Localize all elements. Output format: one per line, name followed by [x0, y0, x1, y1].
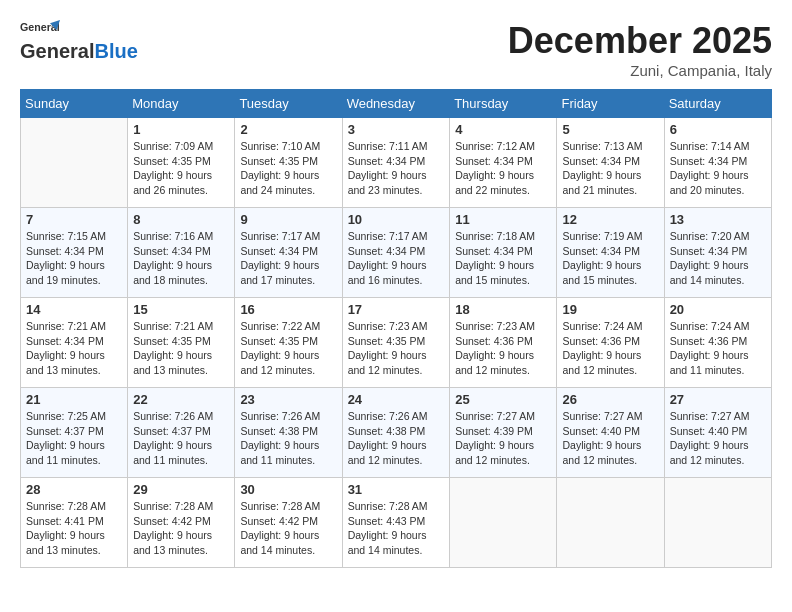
calendar-cell: 3Sunrise: 7:11 AM Sunset: 4:34 PM Daylig… [342, 118, 450, 208]
calendar-cell: 13Sunrise: 7:20 AM Sunset: 4:34 PM Dayli… [664, 208, 771, 298]
day-content: Sunrise: 7:18 AM Sunset: 4:34 PM Dayligh… [455, 229, 551, 288]
calendar-cell: 7Sunrise: 7:15 AM Sunset: 4:34 PM Daylig… [21, 208, 128, 298]
day-content: Sunrise: 7:21 AM Sunset: 4:35 PM Dayligh… [133, 319, 229, 378]
day-number: 27 [670, 392, 766, 407]
location-subtitle: Zuni, Campania, Italy [508, 62, 772, 79]
day-number: 13 [670, 212, 766, 227]
calendar-cell: 28Sunrise: 7:28 AM Sunset: 4:41 PM Dayli… [21, 478, 128, 568]
calendar-cell [664, 478, 771, 568]
calendar-table: SundayMondayTuesdayWednesdayThursdayFrid… [20, 89, 772, 568]
calendar-week-1: 1Sunrise: 7:09 AM Sunset: 4:35 PM Daylig… [21, 118, 772, 208]
day-header-sunday: Sunday [21, 90, 128, 118]
day-content: Sunrise: 7:27 AM Sunset: 4:40 PM Dayligh… [670, 409, 766, 468]
page-header: General General Blue December 2025 Zuni,… [20, 20, 772, 79]
day-content: Sunrise: 7:12 AM Sunset: 4:34 PM Dayligh… [455, 139, 551, 198]
calendar-cell: 31Sunrise: 7:28 AM Sunset: 4:43 PM Dayli… [342, 478, 450, 568]
day-number: 18 [455, 302, 551, 317]
day-number: 22 [133, 392, 229, 407]
day-number: 1 [133, 122, 229, 137]
day-header-monday: Monday [128, 90, 235, 118]
day-number: 29 [133, 482, 229, 497]
day-number: 17 [348, 302, 445, 317]
logo-blue: Blue [94, 40, 137, 63]
day-content: Sunrise: 7:14 AM Sunset: 4:34 PM Dayligh… [670, 139, 766, 198]
calendar-cell: 30Sunrise: 7:28 AM Sunset: 4:42 PM Dayli… [235, 478, 342, 568]
calendar-cell: 23Sunrise: 7:26 AM Sunset: 4:38 PM Dayli… [235, 388, 342, 478]
calendar-week-2: 7Sunrise: 7:15 AM Sunset: 4:34 PM Daylig… [21, 208, 772, 298]
day-header-saturday: Saturday [664, 90, 771, 118]
logo-svg: General [20, 20, 60, 40]
calendar-week-4: 21Sunrise: 7:25 AM Sunset: 4:37 PM Dayli… [21, 388, 772, 478]
calendar-cell: 5Sunrise: 7:13 AM Sunset: 4:34 PM Daylig… [557, 118, 664, 208]
day-content: Sunrise: 7:28 AM Sunset: 4:41 PM Dayligh… [26, 499, 122, 558]
day-number: 19 [562, 302, 658, 317]
day-content: Sunrise: 7:24 AM Sunset: 4:36 PM Dayligh… [562, 319, 658, 378]
calendar-cell: 12Sunrise: 7:19 AM Sunset: 4:34 PM Dayli… [557, 208, 664, 298]
day-number: 3 [348, 122, 445, 137]
day-number: 6 [670, 122, 766, 137]
calendar-cell: 9Sunrise: 7:17 AM Sunset: 4:34 PM Daylig… [235, 208, 342, 298]
logo: General General Blue [20, 20, 138, 63]
calendar-week-3: 14Sunrise: 7:21 AM Sunset: 4:34 PM Dayli… [21, 298, 772, 388]
day-header-wednesday: Wednesday [342, 90, 450, 118]
day-content: Sunrise: 7:26 AM Sunset: 4:38 PM Dayligh… [240, 409, 336, 468]
calendar-cell: 15Sunrise: 7:21 AM Sunset: 4:35 PM Dayli… [128, 298, 235, 388]
day-content: Sunrise: 7:23 AM Sunset: 4:36 PM Dayligh… [455, 319, 551, 378]
calendar-cell: 22Sunrise: 7:26 AM Sunset: 4:37 PM Dayli… [128, 388, 235, 478]
day-content: Sunrise: 7:27 AM Sunset: 4:39 PM Dayligh… [455, 409, 551, 468]
calendar-cell [21, 118, 128, 208]
day-content: Sunrise: 7:21 AM Sunset: 4:34 PM Dayligh… [26, 319, 122, 378]
day-number: 5 [562, 122, 658, 137]
day-number: 7 [26, 212, 122, 227]
calendar-cell [450, 478, 557, 568]
day-content: Sunrise: 7:25 AM Sunset: 4:37 PM Dayligh… [26, 409, 122, 468]
calendar-header: SundayMondayTuesdayWednesdayThursdayFrid… [21, 90, 772, 118]
day-content: Sunrise: 7:20 AM Sunset: 4:34 PM Dayligh… [670, 229, 766, 288]
calendar-cell: 25Sunrise: 7:27 AM Sunset: 4:39 PM Dayli… [450, 388, 557, 478]
calendar-cell: 8Sunrise: 7:16 AM Sunset: 4:34 PM Daylig… [128, 208, 235, 298]
day-number: 24 [348, 392, 445, 407]
day-number: 20 [670, 302, 766, 317]
day-content: Sunrise: 7:28 AM Sunset: 4:42 PM Dayligh… [240, 499, 336, 558]
day-number: 21 [26, 392, 122, 407]
day-content: Sunrise: 7:11 AM Sunset: 4:34 PM Dayligh… [348, 139, 445, 198]
day-content: Sunrise: 7:13 AM Sunset: 4:34 PM Dayligh… [562, 139, 658, 198]
day-number: 10 [348, 212, 445, 227]
day-number: 30 [240, 482, 336, 497]
calendar-cell: 10Sunrise: 7:17 AM Sunset: 4:34 PM Dayli… [342, 208, 450, 298]
calendar-cell: 1Sunrise: 7:09 AM Sunset: 4:35 PM Daylig… [128, 118, 235, 208]
day-content: Sunrise: 7:28 AM Sunset: 4:42 PM Dayligh… [133, 499, 229, 558]
day-number: 11 [455, 212, 551, 227]
day-number: 4 [455, 122, 551, 137]
calendar-cell: 4Sunrise: 7:12 AM Sunset: 4:34 PM Daylig… [450, 118, 557, 208]
calendar-cell: 26Sunrise: 7:27 AM Sunset: 4:40 PM Dayli… [557, 388, 664, 478]
calendar-cell: 27Sunrise: 7:27 AM Sunset: 4:40 PM Dayli… [664, 388, 771, 478]
day-content: Sunrise: 7:19 AM Sunset: 4:34 PM Dayligh… [562, 229, 658, 288]
calendar-cell [557, 478, 664, 568]
day-number: 25 [455, 392, 551, 407]
day-content: Sunrise: 7:23 AM Sunset: 4:35 PM Dayligh… [348, 319, 445, 378]
day-number: 14 [26, 302, 122, 317]
calendar-cell: 16Sunrise: 7:22 AM Sunset: 4:35 PM Dayli… [235, 298, 342, 388]
day-content: Sunrise: 7:09 AM Sunset: 4:35 PM Dayligh… [133, 139, 229, 198]
day-content: Sunrise: 7:17 AM Sunset: 4:34 PM Dayligh… [240, 229, 336, 288]
calendar-cell: 14Sunrise: 7:21 AM Sunset: 4:34 PM Dayli… [21, 298, 128, 388]
day-content: Sunrise: 7:28 AM Sunset: 4:43 PM Dayligh… [348, 499, 445, 558]
title-section: December 2025 Zuni, Campania, Italy [508, 20, 772, 79]
month-title: December 2025 [508, 20, 772, 62]
calendar-cell: 2Sunrise: 7:10 AM Sunset: 4:35 PM Daylig… [235, 118, 342, 208]
day-number: 23 [240, 392, 336, 407]
day-number: 26 [562, 392, 658, 407]
day-number: 2 [240, 122, 336, 137]
calendar-cell: 24Sunrise: 7:26 AM Sunset: 4:38 PM Dayli… [342, 388, 450, 478]
calendar-cell: 11Sunrise: 7:18 AM Sunset: 4:34 PM Dayli… [450, 208, 557, 298]
calendar-cell: 6Sunrise: 7:14 AM Sunset: 4:34 PM Daylig… [664, 118, 771, 208]
day-number: 8 [133, 212, 229, 227]
day-content: Sunrise: 7:26 AM Sunset: 4:38 PM Dayligh… [348, 409, 445, 468]
calendar-body: 1Sunrise: 7:09 AM Sunset: 4:35 PM Daylig… [21, 118, 772, 568]
logo-general: General [20, 40, 94, 63]
day-number: 31 [348, 482, 445, 497]
calendar-cell: 19Sunrise: 7:24 AM Sunset: 4:36 PM Dayli… [557, 298, 664, 388]
day-header-tuesday: Tuesday [235, 90, 342, 118]
calendar-cell: 20Sunrise: 7:24 AM Sunset: 4:36 PM Dayli… [664, 298, 771, 388]
